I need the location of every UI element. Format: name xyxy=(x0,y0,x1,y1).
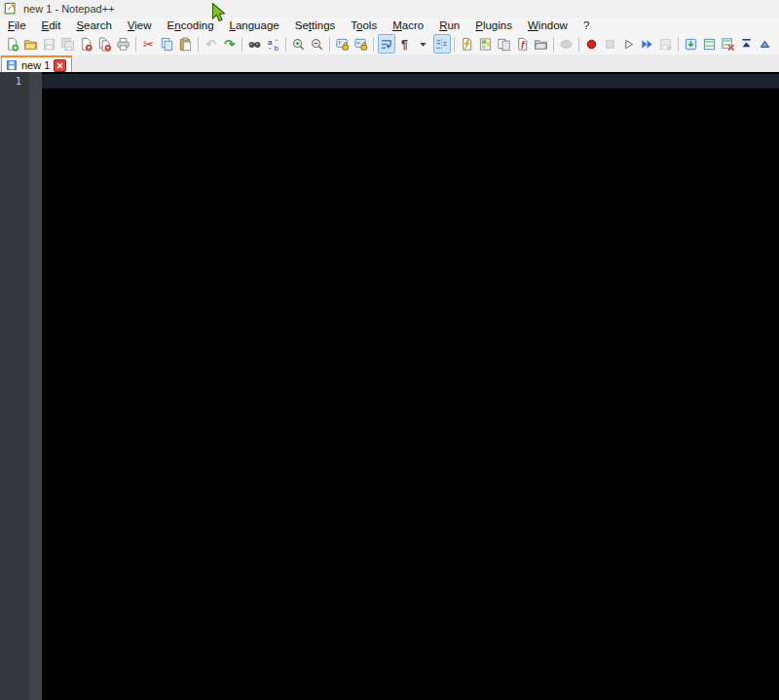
save-all-icon xyxy=(60,37,75,52)
svg-text:↶: ↶ xyxy=(205,37,217,52)
menu-window[interactable]: Window xyxy=(520,18,575,32)
function-list-icon: f xyxy=(515,37,530,52)
compare-button[interactable] xyxy=(701,34,719,54)
record-macro-button[interactable] xyxy=(583,34,601,54)
print-icon xyxy=(116,37,130,52)
menu-settings[interactable]: Settings xyxy=(287,18,344,32)
compare-set-first-button[interactable] xyxy=(683,34,700,54)
paste-button[interactable] xyxy=(177,34,195,54)
title-bar: new 1 - Notepad++ xyxy=(0,0,779,18)
compare-icon xyxy=(702,37,717,52)
zoom-out-button[interactable] xyxy=(309,34,326,54)
notepadpp-logo-icon xyxy=(4,2,18,16)
close-all-icon xyxy=(97,37,112,52)
toolbar-separator xyxy=(373,37,374,52)
sync-scroll-vertical-button[interactable] xyxy=(334,34,352,54)
fold-margin xyxy=(29,72,42,700)
menu-macro[interactable]: Macro xyxy=(385,18,431,32)
menu-bar: FileEditSearchViewEncodingLanguageSettin… xyxy=(0,18,779,33)
dropdown-caret-icon xyxy=(416,37,430,52)
editor-area[interactable]: 1 xyxy=(0,72,779,700)
svg-text:b: b xyxy=(275,43,279,51)
define-language-button[interactable] xyxy=(459,34,476,54)
undo-button: ↶ xyxy=(203,34,220,54)
run-macro-multiple-button[interactable] xyxy=(639,34,656,54)
menu-language[interactable]: Language xyxy=(222,18,287,32)
cut-icon: ✂ xyxy=(141,37,156,52)
text-content[interactable] xyxy=(42,72,779,700)
document-map-button[interactable] xyxy=(477,34,495,54)
document-map-icon xyxy=(478,37,493,52)
window-title: new 1 - Notepad++ xyxy=(23,3,115,15)
previous-difference-icon xyxy=(758,37,772,52)
cut-button[interactable]: ✂ xyxy=(140,34,158,54)
paste-icon xyxy=(178,37,193,52)
compare-clear-button[interactable] xyxy=(720,34,737,54)
menu-file[interactable]: File xyxy=(0,18,34,32)
menu-plugins[interactable]: Plugins xyxy=(467,18,520,32)
menu-view[interactable]: View xyxy=(120,18,160,32)
playback-macro-icon xyxy=(621,37,636,52)
dropdown-caret-button[interactable] xyxy=(415,34,432,54)
word-wrap-icon xyxy=(379,37,393,52)
close-icon[interactable] xyxy=(54,59,66,72)
sync-scroll-horizontal-icon xyxy=(353,37,368,52)
define-language-icon xyxy=(460,37,474,52)
new-file-button[interactable] xyxy=(4,34,21,54)
copy-button[interactable] xyxy=(159,34,176,54)
svg-text:¶: ¶ xyxy=(401,38,408,52)
show-all-characters-icon: ¶ xyxy=(397,37,412,52)
open-file-icon xyxy=(23,37,38,52)
playback-macro-button[interactable] xyxy=(620,34,638,54)
sync-scroll-vertical-icon xyxy=(335,37,350,52)
menu-edit[interactable]: Edit xyxy=(34,18,69,32)
folder-as-workspace-button[interactable] xyxy=(533,34,550,54)
toolbar: ✂↶↷ab¶f xyxy=(0,33,779,55)
stop-recording-button xyxy=(602,34,619,54)
previous-difference-button[interactable] xyxy=(757,34,774,54)
menu-tools[interactable]: Tools xyxy=(343,18,385,32)
first-difference-icon xyxy=(739,37,754,52)
print-button[interactable] xyxy=(115,34,132,54)
svg-text:↷: ↷ xyxy=(224,37,236,52)
redo-icon: ↷ xyxy=(222,37,237,52)
document-list-button[interactable] xyxy=(496,34,513,54)
sync-scroll-horizontal-button[interactable] xyxy=(352,34,370,54)
compare-set-first-icon xyxy=(684,37,698,52)
menu-encoding[interactable]: Encoding xyxy=(160,18,222,32)
monitoring-icon xyxy=(559,37,574,52)
toolbar-separator xyxy=(553,37,554,52)
indent-guide-icon xyxy=(434,37,449,52)
word-wrap-button[interactable] xyxy=(378,34,395,54)
zoom-in-button[interactable] xyxy=(290,34,308,54)
open-file-button[interactable] xyxy=(22,34,40,54)
folder-as-workspace-icon xyxy=(534,37,548,52)
toolbar-separator xyxy=(454,37,455,52)
function-list-button[interactable]: f xyxy=(514,34,532,54)
indent-guide-button[interactable] xyxy=(433,34,451,54)
tab-new-1[interactable]: new 1 xyxy=(1,55,72,73)
toolbar-separator xyxy=(135,37,136,52)
replace-button[interactable]: ab xyxy=(265,34,282,54)
redo-button[interactable]: ↷ xyxy=(221,34,239,54)
save-macro-button xyxy=(657,34,675,54)
copy-icon xyxy=(160,37,174,52)
toolbar-separator xyxy=(329,37,330,52)
find-icon xyxy=(247,37,262,52)
first-difference-button[interactable] xyxy=(738,34,756,54)
close-all-button[interactable] xyxy=(96,34,114,54)
zoom-in-icon xyxy=(291,37,306,52)
menu-search[interactable]: Search xyxy=(68,18,119,32)
menu-help[interactable]: ? xyxy=(575,18,597,32)
next-difference-button[interactable] xyxy=(775,34,779,54)
menu-run[interactable]: Run xyxy=(431,18,467,32)
undo-icon: ↶ xyxy=(204,37,218,52)
close-file-icon xyxy=(79,37,93,52)
svg-text:a: a xyxy=(268,37,273,46)
compare-clear-icon xyxy=(721,37,735,52)
toolbar-separator xyxy=(678,37,679,52)
find-button[interactable] xyxy=(246,34,264,54)
zoom-out-icon xyxy=(310,37,324,52)
close-file-button[interactable] xyxy=(78,34,95,54)
show-all-characters-button[interactable]: ¶ xyxy=(396,34,414,54)
